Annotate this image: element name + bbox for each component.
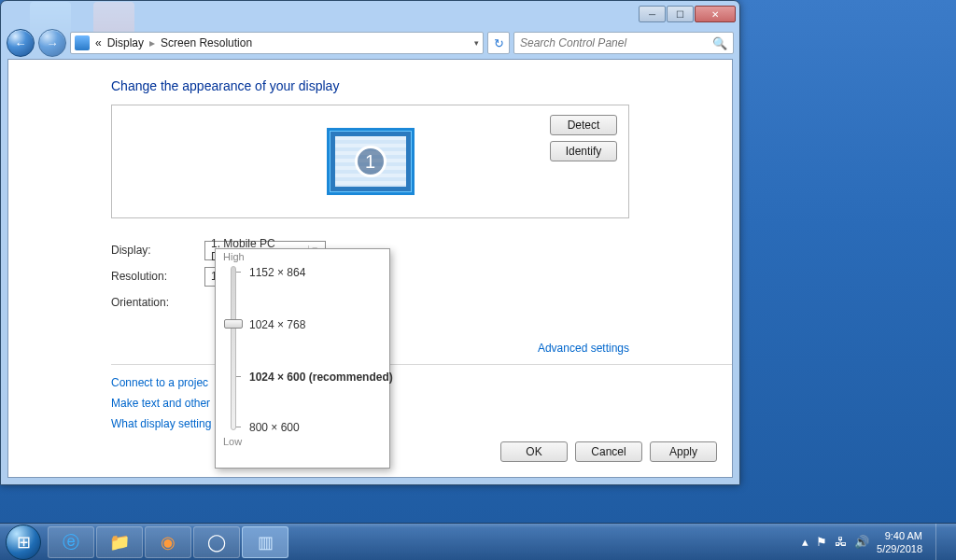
clock[interactable]: 9:40 AM 5/29/2018: [877, 529, 922, 555]
refresh-button[interactable]: ↻: [487, 32, 510, 54]
slider-tick: [236, 272, 241, 273]
orientation-label: Orientation:: [111, 296, 204, 309]
volume-icon[interactable]: 🔊: [854, 535, 869, 549]
resolution-slider-thumb[interactable]: [224, 319, 243, 329]
resolution-option[interactable]: 800 × 600: [249, 421, 300, 434]
breadcrumb-item[interactable]: Screen Resolution: [161, 36, 252, 49]
titlebar: ─ ☐ ✕: [1, 1, 739, 27]
footer-buttons: OK Cancel Apply: [500, 441, 717, 462]
taskbar-chrome[interactable]: ◯: [193, 526, 240, 558]
resolution-slider-popup: High 1152 × 864 1024 × 768 956 × 560 (r…: [215, 248, 390, 469]
forward-button[interactable]: →: [38, 29, 66, 57]
address-bar[interactable]: « Display ▸ Screen Resolution ▾: [70, 32, 484, 54]
taskbar-controlpanel[interactable]: ▥: [242, 526, 288, 558]
ok-button[interactable]: OK: [500, 441, 568, 462]
display-preview-pane: 1 Detect Identify: [111, 105, 629, 218]
search-icon[interactable]: 🔍: [712, 36, 727, 50]
resolution-option[interactable]: 1152 × 864: [249, 266, 305, 279]
search-input[interactable]: [520, 36, 712, 49]
control-panel-window: ─ ☐ ✕ ← → « Display ▸ Screen Resolution …: [0, 0, 740, 485]
flag-icon[interactable]: ⚑: [816, 535, 827, 549]
cancel-button[interactable]: Cancel: [575, 441, 642, 462]
chevron-down-icon[interactable]: ▾: [474, 38, 479, 48]
slider-low-label: Low: [223, 436, 242, 447]
what-settings-link[interactable]: What display setting: [111, 417, 211, 430]
apply-button[interactable]: Apply: [650, 441, 717, 462]
tray-hidden-icons[interactable]: ▴: [802, 535, 808, 549]
taskbar: ⓔ 📁 ◉ ◯ ▥ ▴ ⚑ 🖧 🔊 9:40 AM 5/29/2018: [0, 523, 956, 560]
minimize-button[interactable]: ─: [639, 6, 666, 22]
slider-tick: [236, 427, 241, 427]
slider-tick: [236, 376, 241, 377]
breadcrumb-item[interactable]: Display: [107, 36, 144, 49]
display-label: Display:: [111, 244, 204, 257]
projector-link[interactable]: Connect to a projec: [111, 376, 208, 389]
ie-icon: ⓔ: [63, 531, 79, 553]
monitor-thumbnail[interactable]: 1: [327, 128, 415, 195]
chevron-right-icon: ▸: [149, 36, 155, 49]
system-tray: ▴ ⚑ 🖧 🔊 9:40 AM 5/29/2018: [802, 524, 950, 561]
resolution-slider-track[interactable]: [231, 266, 236, 430]
breadcrumb-prefix: «: [95, 36, 102, 49]
show-desktop-button[interactable]: [935, 524, 947, 561]
media-icon: ◉: [161, 532, 176, 553]
folder-icon: 📁: [109, 532, 130, 553]
back-button[interactable]: ←: [7, 29, 35, 57]
slider-high-label: High: [223, 251, 245, 262]
taskbar-explorer[interactable]: 📁: [96, 526, 143, 558]
close-button[interactable]: ✕: [695, 6, 736, 22]
monitor-icon: [75, 35, 90, 50]
taskbar-ie[interactable]: ⓔ: [48, 526, 94, 558]
resolution-label: Resolution:: [111, 270, 204, 283]
clock-time: 9:40 AM: [877, 529, 922, 542]
monitor-number: 1: [355, 146, 387, 177]
resolution-option-recommended[interactable]: 956 × 560 (recommended): [249, 371, 393, 384]
chrome-icon: ◯: [207, 532, 226, 553]
advanced-settings-link[interactable]: Advanced settings: [538, 342, 629, 355]
navbar: ← → « Display ▸ Screen Resolution ▾ ↻ 🔍: [1, 27, 739, 59]
search-box[interactable]: 🔍: [513, 32, 734, 54]
maximize-button[interactable]: ☐: [667, 6, 694, 22]
network-icon[interactable]: 🖧: [835, 535, 847, 549]
text-size-link[interactable]: Make text and other: [111, 397, 210, 410]
resolution-option[interactable]: 1024 × 768: [249, 318, 305, 331]
start-button[interactable]: [6, 525, 41, 560]
detect-button[interactable]: Detect: [550, 115, 617, 135]
page-heading: Change the appearance of your display: [111, 78, 629, 93]
control-panel-icon: ▥: [258, 532, 274, 553]
clock-date: 5/29/2018: [877, 542, 922, 555]
taskbar-wmp[interactable]: ◉: [145, 526, 191, 558]
identify-button[interactable]: Identify: [550, 141, 617, 161]
separator: [111, 364, 732, 365]
